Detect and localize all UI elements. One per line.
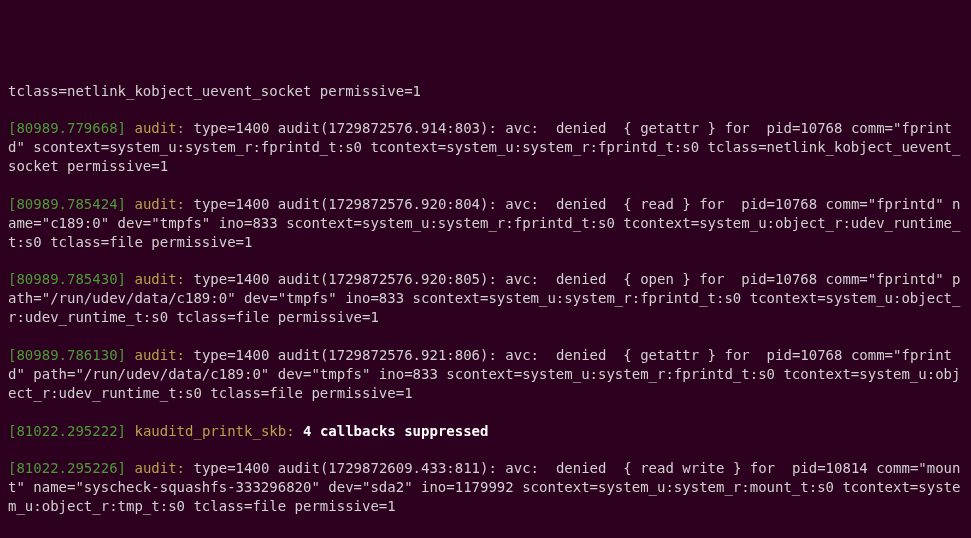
log-line: [80989.785424] audit: type=1400 audit(17… — [8, 195, 963, 252]
log-line: [81022.295226] audit: type=1400 audit(17… — [8, 459, 963, 516]
log-line: [80989.779668] audit: type=1400 audit(17… — [8, 119, 963, 176]
log-line: [81022.295222] kauditd_printk_skb: 4 cal… — [8, 422, 963, 441]
audit-tag: audit: — [134, 120, 185, 136]
audit-tag: audit: — [134, 460, 185, 476]
timestamp: [81022.295222] — [8, 423, 126, 439]
audit-tag: audit: — [134, 271, 185, 287]
log-line: [80989.786130] audit: type=1400 audit(17… — [8, 346, 963, 403]
audit-tag: audit: — [134, 196, 185, 212]
log-line: tclass=netlink_kobject_uevent_socket per… — [8, 82, 963, 101]
timestamp: [81022.295226] — [8, 460, 126, 476]
log-text-bold: 4 callbacks suppressed — [303, 423, 488, 439]
timestamp: [80989.785424] — [8, 196, 126, 212]
timestamp: [80989.786130] — [8, 347, 126, 363]
kauditd-tag: kauditd_printk_skb: — [134, 423, 294, 439]
log-line: [80989.785430] audit: type=1400 audit(17… — [8, 270, 963, 327]
timestamp: [80989.779668] — [8, 120, 126, 136]
timestamp: [80989.785430] — [8, 271, 126, 287]
audit-tag: audit: — [134, 347, 185, 363]
